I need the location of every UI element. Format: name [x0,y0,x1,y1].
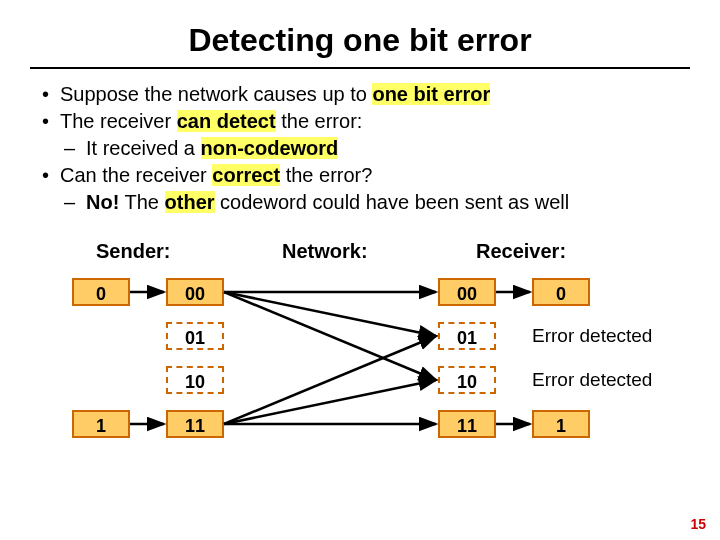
label-receiver: Receiver: [476,240,566,263]
highlight: one bit error [372,83,490,105]
text: Can the receiver [60,164,212,186]
recv-00: 00 [438,278,496,306]
svg-line-4 [224,292,436,336]
bullet-2: The receiver can detect the error: [42,108,690,135]
title-rule [30,67,690,69]
label-sender: Sender: [96,240,170,263]
coding-diagram: Sender: Network: Receiver: 0 1 00 01 10 … [30,240,690,490]
highlight: non-codeword [201,137,339,159]
text-bold: No! [86,191,119,213]
text: the error? [280,164,372,186]
code-01: 01 [166,322,224,350]
out-err-10: Error detected [532,366,652,394]
out-1: 1 [532,410,590,438]
page-number: 15 [690,516,706,532]
text: The receiver [60,110,177,132]
bullet-2a: It received a non-codeword [42,135,690,162]
sender-bit-1: 1 [72,410,130,438]
svg-line-5 [224,292,436,380]
recv-10: 10 [438,366,496,394]
bullet-3: Can the receiver correct the error? [42,162,690,189]
highlight: can detect [177,110,276,132]
svg-line-6 [224,336,436,424]
out-err-01: Error detected [532,322,652,350]
code-11: 11 [166,410,224,438]
bullet-3a: No! The other codeword could have been s… [42,189,690,216]
text: The [119,191,164,213]
code-10: 10 [166,366,224,394]
out-0: 0 [532,278,590,306]
bullet-list: Suppose the network causes up to one bit… [42,81,690,216]
label-network: Network: [282,240,368,263]
highlight: correct [212,164,280,186]
text: Suppose the network causes up to [60,83,372,105]
text: codeword could have been sent as well [215,191,570,213]
svg-line-7 [224,380,436,424]
sender-bit-0: 0 [72,278,130,306]
recv-01: 01 [438,322,496,350]
bullet-1: Suppose the network causes up to one bit… [42,81,690,108]
text: the error: [276,110,363,132]
recv-11: 11 [438,410,496,438]
code-00: 00 [166,278,224,306]
text: It received a [86,137,201,159]
slide-title: Detecting one bit error [0,22,720,59]
highlight: other [165,191,215,213]
